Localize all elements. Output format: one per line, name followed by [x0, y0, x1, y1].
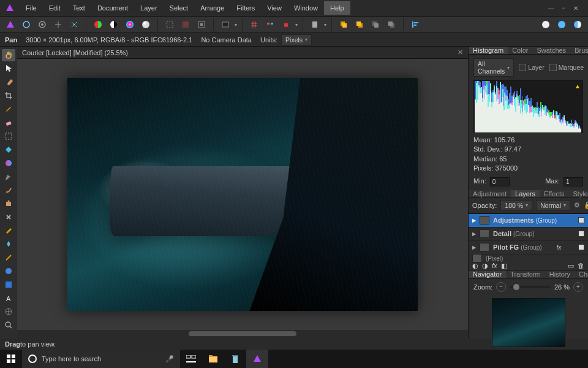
assistant-icon[interactable] — [308, 18, 322, 31]
stock-icon[interactable] — [571, 18, 584, 31]
zoom-out-button[interactable]: − — [496, 282, 506, 292]
palette-icon[interactable] — [123, 18, 137, 31]
menu-window[interactable]: Window — [288, 1, 324, 15]
layer-row[interactable]: (Pixel) — [469, 255, 588, 262]
recycle-icon[interactable] — [224, 350, 246, 368]
taskbar-search[interactable]: Type here to search 🎤 — [22, 350, 180, 368]
task-view-icon[interactable] — [180, 350, 202, 368]
brush-tool[interactable] — [2, 76, 15, 88]
menu-layer[interactable]: Layer — [134, 1, 164, 15]
menu-text[interactable]: Text — [67, 1, 91, 15]
adjustment-icon[interactable]: ◑ — [482, 262, 488, 270]
visibility-checkbox[interactable] — [578, 244, 584, 250]
persona-develop-icon[interactable] — [36, 18, 49, 31]
navigator-tab-transform[interactable]: Transform — [506, 270, 545, 278]
smudge-tool[interactable] — [2, 184, 15, 196]
zoom-tool[interactable] — [2, 319, 15, 331]
move-tool[interactable] — [2, 63, 15, 75]
close-tab-icon[interactable]: ✕ — [458, 48, 463, 56]
sponge-tool[interactable] — [2, 224, 15, 237]
fx-icon[interactable]: fx — [492, 262, 497, 269]
minimize-button[interactable]: — — [548, 4, 555, 12]
navigator-tab-history[interactable]: History — [545, 270, 575, 278]
zoom-in-button[interactable]: + — [573, 282, 583, 292]
explorer-icon[interactable] — [202, 350, 224, 368]
histogram-tab-color[interactable]: Color — [508, 47, 532, 54]
canvas-viewport[interactable] — [17, 59, 468, 330]
arrange-back-icon[interactable] — [353, 18, 366, 31]
text-tool[interactable]: A — [2, 292, 15, 304]
contrast-icon[interactable] — [107, 18, 121, 31]
layer-lock-icon[interactable]: 🔒 — [584, 201, 588, 209]
visibility-checkbox[interactable] — [578, 217, 584, 223]
channel-dropdown[interactable]: All Channels — [473, 58, 514, 77]
sphere-icon[interactable] — [139, 18, 153, 31]
layers-tab-adjustment[interactable]: Adjustment — [469, 190, 511, 197]
menu-file[interactable]: File — [20, 1, 43, 15]
restore-button[interactable]: ▫ — [560, 4, 567, 12]
picker-tool[interactable] — [2, 265, 15, 277]
grid-icon[interactable] — [247, 18, 261, 31]
visibility-checkbox[interactable] — [578, 231, 584, 237]
account-icon[interactable] — [539, 18, 552, 31]
mask-icon[interactable]: ◐ — [472, 262, 478, 270]
start-button[interactable] — [0, 350, 22, 368]
persona-liquify-icon[interactable] — [20, 18, 33, 31]
menu-edit[interactable]: Edit — [43, 1, 67, 15]
max-input[interactable] — [564, 177, 583, 186]
menu-document[interactable]: Document — [91, 1, 134, 15]
menu-view[interactable]: View — [261, 1, 288, 15]
navigator-preview[interactable] — [492, 298, 565, 347]
units-dropdown[interactable]: Pixels — [281, 34, 312, 45]
live-docs-icon[interactable] — [555, 18, 568, 31]
selection-rect-icon[interactable] — [163, 18, 176, 31]
document-tab[interactable]: Courier [Locked] [Modified] (25.5%) ✕ — [17, 47, 468, 59]
heal-tool[interactable] — [2, 211, 15, 223]
pan-tool[interactable] — [2, 49, 15, 61]
zoom-slider[interactable] — [510, 286, 551, 288]
opacity-dropdown[interactable]: 100 % — [500, 200, 532, 211]
align-left-icon[interactable] — [409, 18, 422, 31]
layer-settings-icon[interactable]: ⚙ — [574, 201, 580, 209]
color-wheel-icon[interactable] — [91, 18, 105, 31]
eraser-tool[interactable] — [2, 117, 15, 129]
menu-help[interactable]: Help — [324, 1, 350, 15]
quick-mask-icon[interactable] — [195, 18, 208, 31]
layers-tab-layers[interactable]: Layers — [511, 190, 540, 197]
arrange-forward-icon[interactable] — [369, 18, 382, 31]
layer-row[interactable]: ▶Adjustments (Group) — [469, 214, 588, 228]
menu-arrange[interactable]: Arrange — [194, 1, 230, 15]
persona-export-icon[interactable] — [67, 18, 81, 31]
blend-dropdown[interactable]: Normal — [536, 200, 570, 211]
min-input[interactable] — [490, 177, 510, 186]
fill-tool[interactable] — [2, 144, 15, 156]
selection-invert-icon[interactable] — [179, 18, 192, 31]
marquee-checkbox[interactable]: Marquee — [549, 64, 584, 71]
group-icon[interactable]: ▭ — [568, 262, 574, 270]
layers-tab-styles[interactable]: Styles — [569, 190, 589, 197]
persona-tone-icon[interactable] — [51, 18, 65, 31]
arrange-backward-icon[interactable] — [385, 18, 398, 31]
shape-tool[interactable] — [2, 278, 15, 291]
clone-tool[interactable] — [2, 197, 15, 210]
layer-checkbox[interactable]: Layer — [519, 64, 544, 71]
histogram-tab-histogram[interactable]: Histogram — [469, 47, 508, 54]
expand-icon[interactable]: ▶ — [472, 245, 476, 250]
delete-layer-icon[interactable]: 🗑 — [578, 262, 584, 269]
pen-tool[interactable] — [2, 171, 15, 183]
mic-icon[interactable]: 🎤 — [165, 355, 174, 363]
layers-tab-effects[interactable]: Effects — [540, 190, 568, 197]
clip-icon[interactable]: ◧ — [501, 262, 507, 270]
navigator-tab-navigator[interactable]: Navigator — [469, 270, 506, 278]
affinity-taskbar-icon[interactable] — [246, 350, 268, 368]
blur-tool[interactable] — [2, 238, 15, 250]
horizontal-scrollbar[interactable] — [17, 330, 468, 339]
sharpen-tool[interactable] — [2, 251, 15, 264]
menu-filters[interactable]: Filters — [230, 1, 261, 15]
marquee-tool[interactable] — [2, 130, 15, 142]
expand-icon[interactable]: ▶ — [472, 218, 476, 223]
auto-levels-icon[interactable] — [219, 18, 232, 31]
mesh-tool[interactable] — [2, 305, 15, 318]
arrange-front-icon[interactable] — [337, 18, 350, 31]
paint-tool[interactable] — [2, 103, 15, 115]
